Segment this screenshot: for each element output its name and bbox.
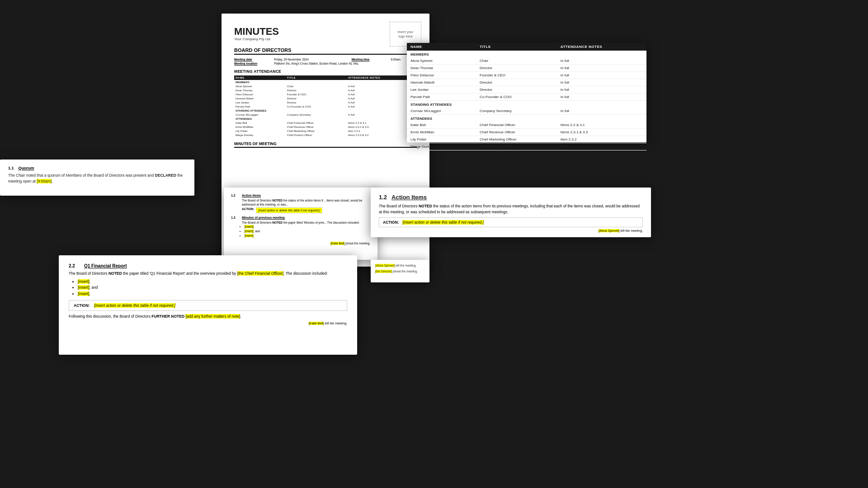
financial-section-header: 2.2 Q1 Financial Report: [69, 263, 347, 268]
col-notes-lg: ATTENDANCE NOTES: [557, 43, 646, 51]
list-item: [insert];: [78, 279, 347, 285]
action-box-label: ACTION:: [383, 220, 399, 225]
group-standing: STANDING ATTENDEES: [234, 108, 417, 113]
quorum-section-num: 1.1: [8, 166, 14, 170]
list-item: [insert].: [78, 291, 347, 297]
note-name-1: [Alicia Spinnet]: [375, 264, 395, 267]
table-row: Lily PotterChief Marketing OfficerItem 2…: [407, 136, 646, 143]
fin-action-text: [Insert action or delete this table if n…: [94, 303, 175, 308]
minutes-prev-num: 1.3: [231, 216, 240, 219]
note-text-2: joined the meeting.: [393, 270, 418, 273]
table-row: Hannah AbbottDirectorIn full: [234, 96, 417, 100]
action-box-lg: ACTION: [Insert action or delete this ta…: [379, 217, 643, 227]
action-items-body: The Board of Directors NOTED the status …: [379, 203, 643, 215]
action-section-num: 1.2: [379, 194, 387, 201]
table-row: Marge DursleyChief Product OfficerItems …: [234, 133, 417, 137]
action-body-small: The Board of Directors NOTED the status …: [242, 198, 370, 206]
fin-further-highlight: [add any further matters of note]: [185, 314, 240, 319]
table-row: Cormac McLaggenCompany SecretaryIn full: [234, 113, 417, 117]
col-name-lg: NAME: [407, 43, 476, 51]
list-item: [insert].: [245, 234, 370, 238]
action-title-small: Action Items: [242, 194, 261, 197]
list-item: [insert];: [245, 225, 370, 229]
date-label: Meeting date: [234, 57, 272, 61]
group-attendees: ATTENDEES: [234, 117, 417, 121]
table-row: Alicia SpinnetChairIn full: [234, 84, 417, 88]
action-noted-bold: NOTED: [419, 204, 432, 208]
table-row: Cormac McLaggenCompany SecretaryIn full: [407, 108, 646, 115]
footer-name: [Alicia Spinnet]: [599, 229, 619, 232]
fin-footer-text: left the meeting.: [325, 322, 347, 325]
note-line2: [the Director] joined the meeting.: [375, 269, 425, 273]
time-label: Meeting time: [352, 57, 389, 61]
page-quorum: 1.1 Quorum The Chair noted that a quorum…: [0, 160, 194, 196]
attendance-table-large: NAME TITLE ATTENDANCE NOTES MEMBERS Alic…: [407, 43, 646, 150]
col-title-lg: TITLE: [476, 43, 557, 51]
action-items-subsection: 1.2 Action Items: [231, 194, 370, 197]
fin-body-text: The Board of Directors NOTED the paper t…: [69, 271, 347, 277]
action-num-small: 1.2: [231, 194, 240, 197]
table-row: Lily PotterChief Marketing OfficerItem 2…: [234, 129, 417, 133]
fin-footer: [Katie Bell] left the meeting.: [69, 322, 347, 325]
page-attendance-large: NAME TITLE ATTENDANCE NOTES MEMBERS Alic…: [407, 43, 646, 142]
attendance-table-small: NAME TITLE ATTENDANCE NOTES MEMBERS Alic…: [234, 75, 417, 137]
group-standing-lg: STANDING ATTENDEES: [407, 101, 646, 108]
table-row: Marge DursleyChief Product OfficerItems …: [407, 143, 646, 150]
col-name: NAME: [234, 75, 286, 80]
location-value: Platform 9¾, King's Cross Station, Eusto…: [272, 61, 417, 66]
table-row: Katie BellChief Financial OfficerItems 2…: [407, 122, 646, 129]
fin-cfo-highlight: [the Chief Financial Officer]: [237, 271, 283, 276]
group-members-lg: MEMBERS: [407, 51, 646, 57]
table-row: Katie BellChief Financial OfficerItems 2…: [234, 121, 417, 125]
footer-name-yellow: [Katie Bell]: [330, 242, 344, 245]
fin-further-noted: Following this discussion, the Board of …: [69, 314, 347, 319]
table-row: Fleur DelacourFounder & CEOIn full: [234, 92, 417, 96]
fin-bullet-list: [insert]; [insert]; and [insert].: [78, 279, 347, 297]
action-box-text: [Insert action or delete this table if n…: [402, 220, 484, 225]
minutes-prev-subsection: 1.3 Minutes of previous meeting: [231, 216, 370, 219]
location-label: Meeting location: [234, 61, 272, 66]
fin-action-label: ACTION:: [74, 303, 90, 308]
group-members: MEMBERS: [234, 80, 417, 84]
board-title: BOARD OF DIRECTORS: [234, 47, 417, 55]
fin-further-bold: FURTHER NOTED: [151, 314, 184, 319]
list-item: [insert]; and: [78, 285, 347, 291]
attendance-section-title: MEETING ATTENDANCE: [234, 69, 417, 74]
minutes-prev-body: The Board of Directors NOTED the paper t…: [242, 221, 370, 225]
page-action-items-large: 1.2 Action Items The Board of Directors …: [371, 188, 651, 237]
table-row: Alicia SpinnetChairIn full: [407, 57, 646, 65]
quorum-time: [9:00am]: [37, 179, 52, 183]
action-section-title: Action Items: [392, 194, 427, 201]
table-row: Dean ThomasDirectorIn full: [234, 88, 417, 92]
table-row: Dean ThomasDirectorIn full: [407, 65, 646, 72]
page-notes-right: [Alicia Spinnet] left the meeting. [the …: [371, 260, 429, 282]
table-row: Fleur DelacourFounder & CEOIn full: [407, 72, 646, 79]
date-value: Friday, 29 November 2024: [272, 57, 352, 61]
col-notes: ATTENDANCE NOTES: [347, 75, 417, 80]
action-inline-1: ACTION: [Insert action or delete this ta…: [242, 207, 370, 213]
note-name-2: [the Director]: [375, 270, 392, 273]
table-row: Lee JordanDirectorIn full: [234, 100, 417, 104]
fin-footer-name: [Katie Bell]: [309, 322, 324, 325]
table-row: Hannah AbbottDirectorIn full: [407, 79, 646, 86]
company-name: Your Company Pty Ltd: [234, 37, 279, 41]
minutes-prev-title: Minutes of previous meeting: [242, 216, 285, 219]
quorum-declared: DECLARED: [155, 173, 176, 178]
table-row: Ernie McMillanChief Revenue OfficerItems…: [407, 129, 646, 136]
fin-section-num: 2.2: [69, 263, 81, 268]
minutes-of-meeting-title: MINUTES OF MEETING: [234, 141, 417, 148]
table-row: Ernie McMillanChief Revenue OfficerItems…: [234, 125, 417, 129]
fin-section-title: Q1 Financial Report: [84, 263, 127, 268]
table-row: Lee JordanDirectorIn full: [407, 86, 646, 94]
minutes-prev-list: [insert]; [insert]; and [insert].: [245, 225, 370, 238]
table-row: Parvati PatilCo-Founder & COOIn full: [234, 104, 417, 108]
table-row: Parvati PatilCo-Founder & COOIn full: [407, 94, 646, 101]
quorum-body: The Chair noted that a quorum of Members…: [8, 173, 186, 184]
note-text-1: left the meeting.: [396, 264, 416, 267]
group-attendees-lg: ATTENDEES: [407, 115, 646, 122]
note-line1: [Alicia Spinnet] left the meeting.: [375, 263, 425, 267]
page-financial-report: 2.2 Q1 Financial Report The Board of Dir…: [59, 255, 357, 355]
quorum-section-title: Quorum: [19, 166, 34, 170]
action-inline-text: [Insert action or delete this table if n…: [256, 207, 322, 213]
page-action-items-small: 1.2 Action Items The Board of Directors …: [224, 188, 377, 260]
